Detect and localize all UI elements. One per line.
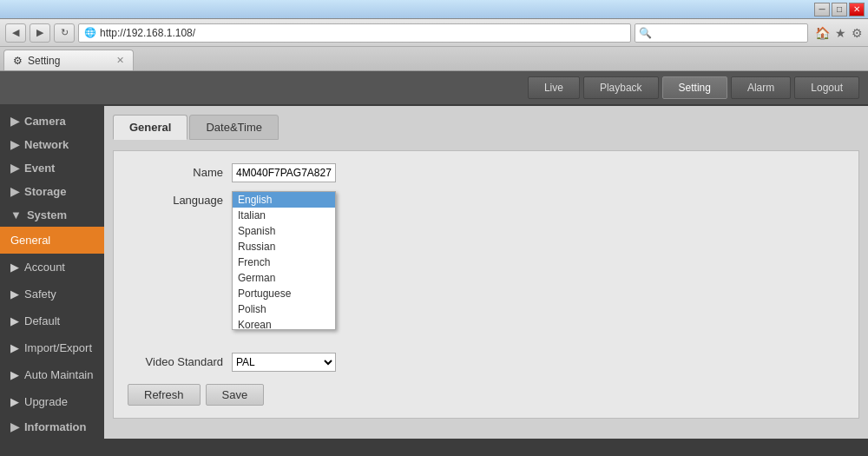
lang-english[interactable]: English	[233, 192, 335, 208]
app-layout: ▶ Camera ▶ Network ▶ Event ▶ Storage ▼ S…	[0, 106, 868, 439]
video-standard-label: Video Standard	[128, 353, 223, 368]
network-arrow: ▶	[10, 138, 19, 151]
back-button[interactable]: ◀	[5, 23, 26, 43]
sidebar-item-information[interactable]: ▶ Information	[0, 415, 104, 439]
sidebar-item-system[interactable]: ▼ System	[0, 203, 104, 227]
refresh-button[interactable]: Refresh	[128, 384, 201, 406]
save-button[interactable]: Save	[206, 384, 265, 406]
tab-general[interactable]: General	[113, 115, 187, 140]
sidebar-item-upgrade[interactable]: ▶ Upgrade	[0, 388, 104, 415]
default-arrow: ▶	[10, 314, 19, 327]
logout-button[interactable]: Logout	[794, 76, 859, 99]
tab-bar: ⚙ Setting ✕	[0, 47, 868, 71]
tab-datetime-label: Date&Time	[206, 121, 262, 134]
playback-button[interactable]: Playback	[583, 76, 659, 99]
sidebar-label-import-export: Import/Export	[24, 341, 92, 354]
setting-button[interactable]: Setting	[662, 76, 727, 99]
sidebar-item-network[interactable]: ▶ Network	[0, 133, 104, 156]
sidebar-item-camera[interactable]: ▶ Camera	[0, 109, 104, 133]
browser-tab[interactable]: ⚙ Setting ✕	[3, 50, 134, 70]
search-placeholder: 🔍	[639, 27, 652, 39]
tab-icon: ⚙	[13, 55, 23, 67]
lang-polish[interactable]: Polish	[233, 301, 335, 317]
language-label: Language	[128, 191, 223, 207]
forward-button[interactable]: ▶	[30, 23, 50, 43]
settings-form: Name Language English Italian Spanish Ru…	[113, 150, 859, 419]
lang-russian[interactable]: Russian	[233, 239, 335, 254]
video-standard-row: Video Standard PAL NTSC	[128, 353, 845, 372]
browser-icons: 🏠 ★ ⚙	[812, 26, 863, 40]
sidebar-item-safety[interactable]: ▶ Safety	[0, 281, 104, 307]
minimize-button[interactable]: ─	[814, 3, 830, 17]
address-text: http://192.168.1.108/	[100, 27, 195, 39]
lang-french[interactable]: French	[233, 254, 335, 270]
video-standard-select[interactable]: PAL NTSC	[232, 353, 336, 372]
sidebar-label-information: Information	[24, 420, 87, 433]
content-tab-row: General Date&Time	[113, 115, 859, 140]
alarm-button[interactable]: Alarm	[731, 76, 791, 99]
address-bar[interactable]: 🌐 http://192.168.1.108/	[78, 23, 631, 43]
sidebar-label-storage: Storage	[24, 185, 66, 198]
home-icon[interactable]: 🏠	[815, 26, 830, 40]
lang-portuguese[interactable]: Portuguese	[233, 286, 335, 301]
sidebar-label-safety: Safety	[24, 287, 56, 301]
account-arrow: ▶	[10, 261, 19, 274]
top-navigation: Live Playback Setting Alarm Logout	[0, 71, 868, 104]
sidebar-item-auto-maintain[interactable]: ▶ Auto Maintain	[0, 361, 104, 388]
lang-italian[interactable]: Italian	[233, 208, 335, 223]
sidebar-label-default: Default	[24, 314, 60, 327]
lang-korean[interactable]: Korean	[233, 317, 335, 330]
information-arrow: ▶	[10, 420, 19, 433]
sidebar-label-account: Account	[24, 261, 65, 274]
button-row: Refresh Save	[128, 384, 845, 406]
sidebar-label-general: General	[10, 234, 50, 247]
sidebar-item-storage[interactable]: ▶ Storage	[0, 180, 104, 203]
sidebar-item-event[interactable]: ▶ Event	[0, 156, 104, 180]
maximize-button[interactable]: □	[832, 3, 847, 17]
sidebar-item-import-export[interactable]: ▶ Import/Export	[0, 334, 104, 361]
browser-titlebar: ─ □ ✕	[0, 0, 868, 19]
event-arrow: ▶	[10, 162, 19, 175]
sidebar-label-camera: Camera	[24, 115, 66, 128]
language-list[interactable]: English Italian Spanish Russian French G…	[232, 191, 336, 330]
refresh-button[interactable]: ↻	[54, 23, 75, 43]
name-label: Name	[128, 163, 223, 179]
camera-arrow: ▶	[10, 115, 19, 128]
address-icon: 🌐	[84, 27, 96, 38]
import-export-arrow: ▶	[10, 341, 19, 354]
tab-datetime[interactable]: Date&Time	[189, 115, 279, 140]
sidebar-label-system: System	[27, 208, 67, 221]
system-arrow: ▼	[10, 208, 22, 221]
sidebar: ▶ Camera ▶ Network ▶ Event ▶ Storage ▼ S…	[0, 106, 104, 439]
storage-arrow: ▶	[10, 185, 19, 198]
lang-spanish[interactable]: Spanish	[233, 223, 335, 239]
sidebar-item-default[interactable]: ▶ Default	[0, 307, 104, 334]
settings-icon[interactable]: ⚙	[852, 26, 863, 40]
auto-maintain-arrow: ▶	[10, 368, 19, 381]
search-bar[interactable]: 🔍	[635, 23, 808, 43]
live-button[interactable]: Live	[528, 76, 580, 99]
upgrade-arrow: ▶	[10, 395, 19, 408]
lang-german[interactable]: German	[233, 270, 335, 286]
tab-general-label: General	[129, 121, 171, 134]
language-row: Language English Italian Spanish Russian…	[128, 191, 845, 207]
tab-title: Setting	[28, 55, 60, 67]
bookmark-icon[interactable]: ★	[835, 26, 846, 40]
sidebar-item-general[interactable]: General	[0, 227, 104, 254]
content-area: General Date&Time Name Language English …	[104, 106, 868, 439]
sidebar-label-network: Network	[24, 138, 69, 151]
close-button[interactable]: ✕	[849, 3, 865, 17]
safety-arrow: ▶	[10, 287, 19, 301]
name-input[interactable]	[232, 163, 336, 182]
sidebar-label-auto-maintain: Auto Maintain	[24, 368, 94, 381]
sidebar-label-upgrade: Upgrade	[24, 395, 68, 408]
sidebar-item-account[interactable]: ▶ Account	[0, 254, 104, 281]
name-row: Name	[128, 163, 845, 182]
sidebar-label-event: Event	[24, 162, 55, 175]
browser-toolbar: ◀ ▶ ↻ 🌐 http://192.168.1.108/ 🔍 🏠 ★ ⚙	[0, 19, 868, 47]
tab-close-button[interactable]: ✕	[116, 55, 124, 66]
